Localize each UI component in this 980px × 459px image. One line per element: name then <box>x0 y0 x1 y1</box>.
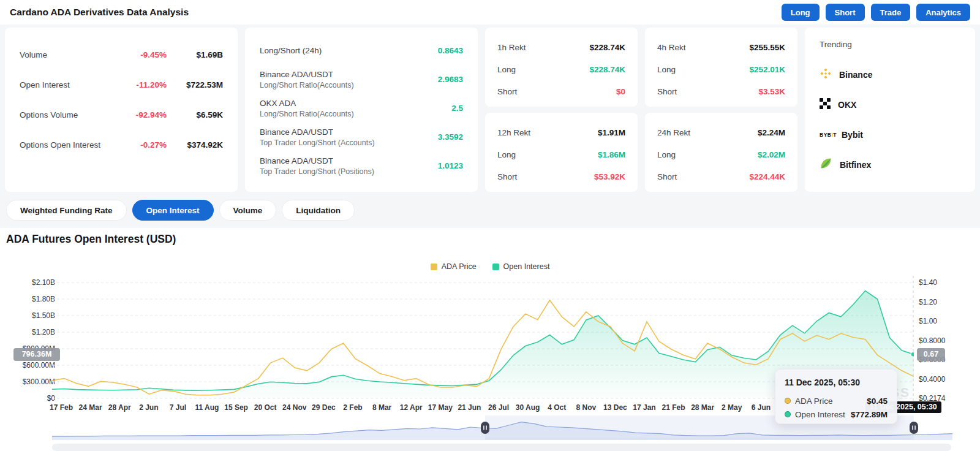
stat-value: $722.53M <box>167 80 223 89</box>
rekt-card-4h: 4h Rekt$255.55K Long$252.01K Short$3.53K <box>645 28 797 107</box>
rekt-short-label: Short <box>497 172 594 181</box>
trending-exchange-name: Binance <box>839 70 872 80</box>
stat-change: -92.94% <box>119 110 167 119</box>
bybit-icon: BYBIT <box>820 132 834 138</box>
trending-item-binance[interactable]: Binance <box>820 59 960 89</box>
chart-legend: ADA Price Open Interest <box>0 262 980 271</box>
rekt-short-label: Short <box>657 87 758 96</box>
rekt-card-24h: 24h Rekt$2.24M Long$2.02M Short$224.44K <box>645 113 797 192</box>
stat-row-volume: Volume -9.45% $1.69B <box>20 40 223 70</box>
y-axis-label-right: $1.40 <box>919 278 968 287</box>
stat-label: Options Open Interest <box>20 140 119 150</box>
y-axis-label-left: $0 <box>9 393 55 403</box>
rekt-long-value: $1.86M <box>598 150 625 159</box>
ratio-label: Binance ADA/USDT <box>260 70 438 79</box>
trending-item-bybit[interactable]: BYBIT Bybit <box>820 119 960 150</box>
rekt-long-label: Long <box>657 150 758 159</box>
rekt-total: $2.24M <box>758 128 785 137</box>
stat-change: -0.27% <box>119 140 167 150</box>
rekt-card-12h: 12h Rekt$1.91M Long$1.86M Short$53.92K <box>485 113 638 192</box>
market-stats-card: Volume -9.45% $1.69B Open Interest -11.2… <box>5 28 238 192</box>
long-button[interactable]: Long <box>782 4 820 21</box>
rekt-short-label: Short <box>657 172 749 181</box>
rekt-title: 1h Rekt <box>497 43 589 52</box>
trade-button[interactable]: Trade <box>871 4 911 21</box>
ratio-row: Binance ADA/USDT Long/Short Ratio(Accoun… <box>260 65 463 94</box>
chart-title: ADA Futures Open Interest (USD) <box>6 233 176 246</box>
stat-label: Volume <box>20 50 119 59</box>
legend-swatch-green <box>492 264 499 270</box>
rekt-title: 24h Rekt <box>657 128 758 137</box>
ratio-sublabel: Top Trader Long/Short (Accounts) <box>260 138 438 147</box>
page-title: Cardano ADA Derivatives Data Analysis <box>10 7 189 18</box>
ratio-sublabel: Top Trader Long/Short (Positions) <box>260 167 438 176</box>
trending-card: Trending Binance OKX BYBIT Bybit <box>805 28 975 192</box>
ratio-row: Long/Short (24h) 0.8643 <box>260 36 463 65</box>
chart-area: ADA Price Open Interest $2.10B$1.80B$1.5… <box>0 256 980 459</box>
y-axis-right: $1.40$1.20$1.00$0.8000$0.6000$0.4000$0.2… <box>919 276 968 404</box>
legend-swatch-yellow <box>431 264 437 270</box>
stat-row-open-interest: Open Interest -11.20% $722.53M <box>20 70 223 100</box>
stat-value: $6.59K <box>167 110 223 119</box>
trending-exchange-name: Bybit <box>842 130 863 140</box>
chart-tabs: Weighted Funding Rate Open Interest Volu… <box>6 200 980 221</box>
stat-change: -11.20% <box>119 80 167 89</box>
ratio-row: OKX ADA Long/Short Ratio(Accounts) 2.5 <box>260 94 463 123</box>
tooltip-row-open-interest: Open Interest $772.89M <box>785 408 888 421</box>
ratio-value: 3.3592 <box>438 132 463 142</box>
tab-weighted-funding-rate[interactable]: Weighted Funding Rate <box>6 200 127 221</box>
rekt-short-value: $224.44K <box>749 172 785 181</box>
y-axis-label-left: $1.80B <box>9 294 55 304</box>
ratio-row: Binance ADA/USDT Top Trader Long/Short (… <box>260 123 463 151</box>
tooltip-date: 11 Dec 2025, 05:30 <box>785 377 888 387</box>
header-actions: Long Short Trade Analytics <box>782 4 970 21</box>
y-axis-label-left: $1.20B <box>9 327 55 337</box>
rekt-total: $228.74K <box>589 43 625 52</box>
liquidation-rekt-grid: 1h Rekt$228.74K Long$228.74K Short$0 4h … <box>485 28 797 192</box>
stat-label: Open Interest <box>20 80 119 89</box>
top-header: Cardano ADA Derivatives Data Analysis Lo… <box>0 0 980 25</box>
okx-icon <box>820 98 831 112</box>
rekt-long-label: Long <box>497 65 589 74</box>
trending-title: Trending <box>820 40 960 59</box>
ratio-value: 1.0123 <box>438 161 463 170</box>
legend-item-open-interest[interactable]: Open Interest <box>492 262 550 271</box>
stat-row-options-volume: Options Volume -92.94% $6.59K <box>20 100 223 130</box>
rekt-title: 4h Rekt <box>657 43 749 52</box>
trending-item-okx[interactable]: OKX <box>820 89 960 119</box>
stat-value: $1.69B <box>167 50 223 59</box>
tab-liquidation[interactable]: Liquidation <box>282 200 355 221</box>
tab-volume[interactable]: Volume <box>219 200 277 221</box>
tooltip-row-ada-price: ADA Price $0.45 <box>785 394 888 408</box>
ratio-value: 0.8643 <box>438 46 463 55</box>
horizontal-scrollbar[interactable] <box>52 444 951 451</box>
navigator-handle[interactable] <box>481 422 489 434</box>
y-axis-label-right: $1.00 <box>919 316 968 326</box>
navigator-handle[interactable] <box>910 422 918 434</box>
rekt-short-label: Short <box>497 87 616 96</box>
rekt-short-value: $0 <box>616 87 625 96</box>
trending-item-bitfinex[interactable]: Bitfinex <box>820 150 960 180</box>
bitfinex-icon <box>820 157 832 172</box>
ratio-sublabel: Long/Short Ratio(Accounts) <box>260 110 451 118</box>
short-button[interactable]: Short <box>826 4 865 21</box>
stat-value: $374.92K <box>167 140 223 150</box>
tooltip-label: Open Interest <box>795 410 846 419</box>
trending-exchange-name: OKX <box>838 100 856 110</box>
rekt-title: 12h Rekt <box>497 128 598 137</box>
analytics-button[interactable]: Analytics <box>916 4 970 21</box>
rekt-total: $255.55K <box>749 43 785 52</box>
rekt-long-label: Long <box>657 65 749 74</box>
chart-tooltip: 11 Dec 2025, 05:30 ADA Price $0.45 Open … <box>775 369 897 424</box>
legend-item-ada-price[interactable]: ADA Price <box>431 262 477 271</box>
tooltip-value: $0.45 <box>867 396 888 406</box>
tab-open-interest[interactable]: Open Interest <box>132 200 214 221</box>
ratio-label: Binance ADA/USDT <box>260 156 438 165</box>
ratio-value: 2.5 <box>451 104 463 113</box>
tooltip-label: ADA Price <box>795 396 862 406</box>
stat-change: -9.45% <box>119 50 167 59</box>
ratio-sublabel: Long/Short Ratio(Accounts) <box>260 81 438 89</box>
rekt-short-value: $53.92K <box>594 172 625 181</box>
y-axis-label-left: $300.00M <box>9 377 55 387</box>
binance-icon <box>820 67 832 82</box>
